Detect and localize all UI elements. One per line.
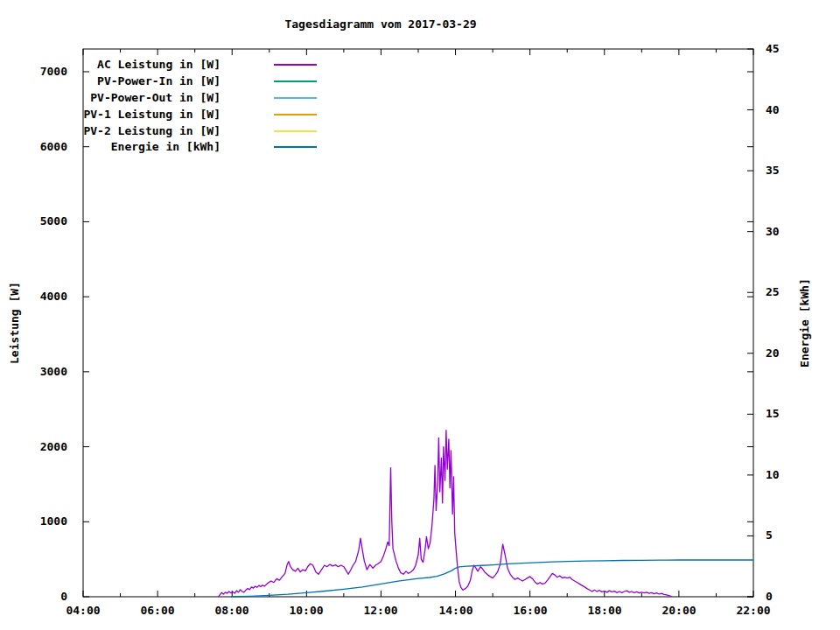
legend-line-sample [274, 80, 317, 82]
xtick-label: 10:00 [280, 605, 332, 617]
ytick-label: 5000 [24, 215, 67, 228]
legend-label-pv-in: PV-Power-In in [W] [35, 75, 220, 88]
xtick-label: 20:00 [653, 605, 705, 617]
ytick-label: 3000 [24, 366, 67, 378]
y2tick-label: 30 [766, 226, 809, 238]
xtick-label: 12:00 [354, 605, 407, 617]
y2tick-label: 35 [766, 164, 809, 177]
legend-label-energie: Energie in [kWh] [35, 141, 220, 153]
y-axis-label: Leistung [W] [9, 262, 21, 384]
legend-line-sample [274, 114, 317, 116]
xtick-label: 06:00 [131, 605, 184, 617]
series-line-0 [219, 430, 672, 597]
y2tick-label: 20 [766, 347, 809, 360]
xtick-label: 08:00 [206, 605, 258, 617]
xtick-label: 04:00 [57, 605, 109, 617]
legend-line-sample [274, 64, 317, 66]
xtick-label: 18:00 [578, 605, 631, 617]
ytick-label: 4000 [24, 290, 67, 303]
legend-line-sample [274, 97, 317, 99]
legend-label-pv2: PV-2 Leistung in [W] [35, 125, 220, 137]
legend-line-sample [274, 130, 317, 132]
chart-canvas: Tagesdiagramm vom 2017-03-29 Leistung [W… [0, 0, 840, 630]
legend-label-pv1: PV-1 Leistung in [W] [35, 108, 220, 121]
y2tick-label: 40 [766, 104, 809, 116]
y2tick-label: 0 [766, 591, 809, 603]
xtick-label: 14:00 [430, 605, 482, 617]
y2tick-label: 5 [766, 529, 809, 542]
y2tick-label: 10 [766, 469, 809, 481]
ytick-label: 0 [24, 591, 67, 603]
ytick-label: 1000 [24, 515, 67, 528]
legend-line-sample [274, 146, 317, 148]
xtick-label: 16:00 [504, 605, 556, 617]
y2tick-label: 45 [766, 43, 809, 55]
legend-label-pv-out: PV-Power-Out in [W] [35, 92, 220, 104]
y2tick-label: 15 [766, 408, 809, 420]
xtick-label: 22:00 [727, 605, 780, 617]
y2tick-label: 25 [766, 286, 809, 298]
legend-label-ac: AC Leistung in [W] [35, 59, 220, 71]
chart-title: Tagesdiagramm vom 2017-03-29 [206, 18, 556, 31]
y2-axis-label: Energie [kWh] [799, 262, 811, 384]
ytick-label: 2000 [24, 441, 67, 453]
